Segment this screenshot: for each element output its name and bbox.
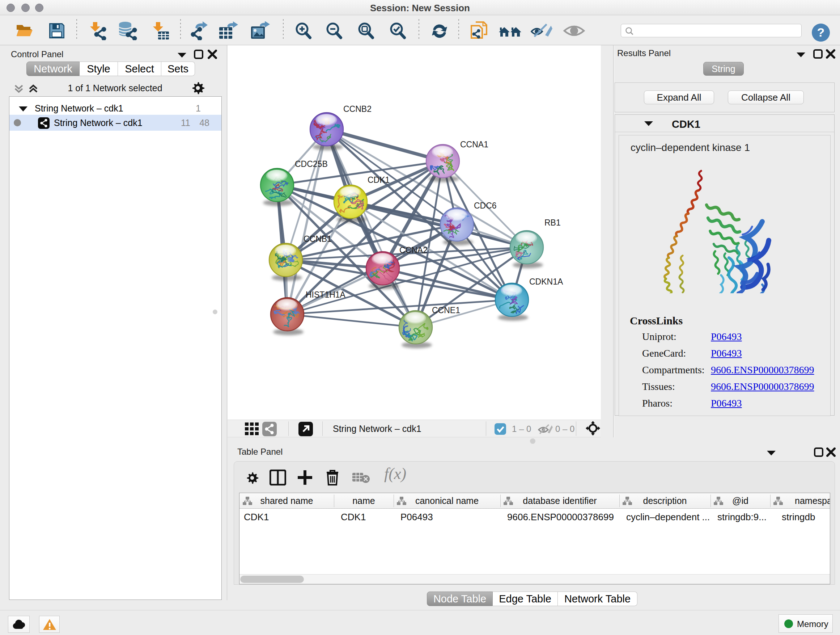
svg-text:CCNB1: CCNB1	[303, 234, 332, 244]
svg-text:CDC25B: CDC25B	[295, 159, 328, 169]
svg-text:CDK1: CDK1	[368, 175, 390, 185]
svg-text:?: ?	[817, 25, 825, 39]
svg-text:CCNA2: CCNA2	[399, 245, 428, 255]
svg-text:CDKN1A: CDKN1A	[529, 277, 563, 287]
svg-text:CCNE1: CCNE1	[432, 306, 460, 315]
svg-text:CDC6: CDC6	[474, 201, 497, 211]
svg-text:CCNA1: CCNA1	[460, 140, 488, 149]
svg-text:HIST1H1A: HIST1H1A	[306, 290, 346, 299]
svg-text:CCNB2: CCNB2	[343, 104, 371, 114]
svg-text:RB1: RB1	[545, 218, 561, 227]
